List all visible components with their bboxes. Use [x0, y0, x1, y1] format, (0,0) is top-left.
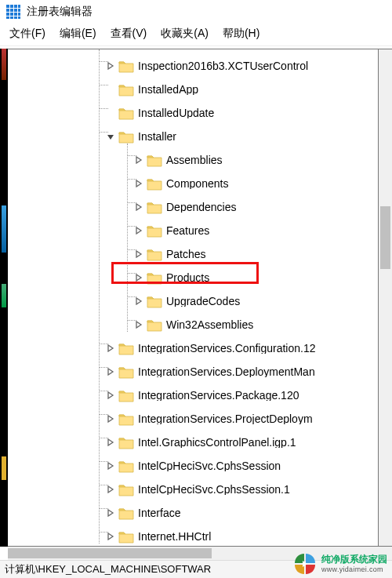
chevron-right-icon[interactable]	[105, 507, 116, 518]
chevron-right-icon[interactable]	[105, 437, 116, 448]
chevron-right-icon[interactable]	[105, 413, 116, 424]
tree-item-label: Win32Assemblies	[166, 319, 253, 330]
tree-item-label: IntelCpHeciSvc.CphsSession	[138, 460, 281, 471]
tree-item-label: Assemblies	[166, 154, 223, 165]
svg-rect-2	[14, 5, 17, 8]
chevron-right-icon[interactable]	[105, 460, 116, 471]
chevron-right-icon[interactable]	[105, 531, 116, 542]
tree-item[interactable]: Intel.GraphicsControlPanel.igp.1	[8, 431, 378, 454]
chevron-right-icon[interactable]	[133, 154, 144, 165]
chevron-right-icon[interactable]	[105, 390, 116, 401]
tree-item[interactable]: IntelCpHeciSvc.CphsSession.1	[8, 478, 378, 501]
tree-item-label: Features	[166, 225, 209, 236]
tree-item[interactable]: IntelCpHeciSvc.CphsSession	[8, 454, 378, 478]
folder-icon	[118, 60, 134, 73]
tree-item-label: Intel.GraphicsControlPanel.igp.1	[138, 437, 296, 448]
tree-item-label: Patches	[166, 249, 206, 260]
tree-item[interactable]: Dependencies	[8, 195, 378, 219]
chevron-right-icon[interactable]	[133, 272, 144, 283]
svg-rect-10	[14, 13, 17, 16]
vertical-scroll-thumb[interactable]	[380, 206, 390, 269]
watermark: 纯净版系统家园 www.yidaimei.com	[293, 552, 387, 576]
tree-item[interactable]: Interface	[8, 501, 378, 525]
svg-rect-6	[14, 9, 17, 12]
tree-item[interactable]: IntegrationServices.Configuration.12	[8, 336, 378, 360]
svg-rect-4	[6, 9, 9, 12]
svg-rect-1	[10, 5, 13, 8]
registry-tree[interactable]: Inspection2016b3.XCTUserControlInstalled…	[8, 49, 378, 547]
tree-item-label: Components	[166, 178, 228, 189]
tree-item-label: IntelCpHeciSvc.CphsSession.1	[138, 484, 290, 495]
folder-icon	[118, 530, 134, 543]
tree-item[interactable]: Features	[8, 219, 378, 242]
menu-favorites[interactable]: 收藏夹(A)	[161, 27, 209, 41]
menu-file[interactable]: 文件(F)	[9, 27, 45, 41]
chevron-right-icon[interactable]	[105, 484, 116, 495]
svg-rect-15	[18, 16, 20, 19]
tree-item-label: Installer	[138, 131, 176, 142]
tree-leaf-connector	[105, 107, 116, 118]
tree-item[interactable]: Components	[8, 172, 378, 195]
tree-panel: Inspection2016b3.XCTUserControlInstalled…	[8, 49, 379, 547]
tree-item[interactable]: InstalledUpdate	[8, 101, 378, 125]
horizontal-scroll-thumb[interactable]	[8, 548, 212, 558]
folder-icon	[118, 413, 134, 426]
tree-item[interactable]: InstalledApp	[8, 78, 378, 101]
tree-item-label: IntegrationServices.DeploymentMan	[138, 366, 315, 377]
menubar: 文件(F) 编辑(E) 查看(V) 收藏夹(A) 帮助(H)	[0, 24, 392, 46]
tree-item-label: InstalledUpdate	[138, 107, 214, 118]
folder-icon	[147, 248, 162, 261]
folder-icon	[147, 271, 162, 285]
tree-leaf-connector	[105, 84, 116, 95]
menu-edit[interactable]: 编辑(E)	[60, 27, 96, 41]
chevron-right-icon[interactable]	[133, 249, 144, 260]
menu-view[interactable]: 查看(V)	[111, 27, 147, 41]
tree-item-label: UpgradeCodes	[166, 296, 240, 307]
tree-item-label: InstalledApp	[138, 84, 198, 95]
svg-rect-12	[6, 16, 9, 19]
chevron-right-icon[interactable]	[105, 60, 116, 71]
svg-rect-0	[6, 5, 9, 8]
folder-icon	[118, 83, 134, 96]
folder-icon	[118, 389, 134, 402]
regedit-window: 注册表编辑器 文件(F) 编辑(E) 查看(V) 收藏夹(A) 帮助(H) In…	[0, 0, 392, 578]
chevron-right-icon[interactable]	[105, 366, 116, 377]
folder-icon	[147, 154, 162, 167]
chevron-right-icon[interactable]	[133, 178, 144, 189]
tree-item-label: IntegrationServices.ProjectDeploym	[138, 413, 313, 424]
tree-item[interactable]: Internet.HHCtrl	[8, 525, 378, 547]
regedit-icon	[6, 5, 20, 19]
tree-item-label: Dependencies	[166, 202, 237, 213]
folder-icon	[118, 483, 134, 496]
tree-item[interactable]: Inspection2016b3.XCTUserControl	[8, 54, 378, 78]
tree-item[interactable]: Win32Assemblies	[8, 313, 378, 336]
svg-rect-11	[18, 13, 20, 16]
svg-rect-3	[18, 5, 20, 8]
svg-rect-9	[10, 13, 13, 16]
tree-item-label: IntegrationServices.Configuration.12	[138, 343, 315, 354]
chevron-down-icon[interactable]	[105, 131, 116, 142]
vertical-scrollbar[interactable]	[379, 49, 392, 547]
chevron-right-icon[interactable]	[105, 343, 116, 354]
tree-item[interactable]: IntegrationServices.Package.120	[8, 384, 378, 407]
tree-item[interactable]: Installer	[8, 125, 378, 148]
menu-help[interactable]: 帮助(H)	[223, 27, 260, 41]
chevron-right-icon[interactable]	[133, 296, 144, 307]
titlebar: 注册表编辑器	[0, 0, 392, 24]
folder-icon	[118, 365, 134, 379]
watermark-text: 纯净版系统家园 www.yidaimei.com	[321, 554, 387, 573]
tree-item[interactable]: IntegrationServices.DeploymentMan	[8, 360, 378, 384]
svg-rect-5	[10, 9, 13, 12]
window-title: 注册表编辑器	[27, 5, 93, 19]
tree-item-label: Inspection2016b3.XCTUserControl	[138, 60, 308, 71]
tree-item[interactable]: Assemblies	[8, 148, 378, 172]
status-path: 计算机\HKEY_LOCAL_MACHINE\SOFTWAR	[5, 562, 211, 576]
chevron-right-icon[interactable]	[133, 225, 144, 236]
tree-item[interactable]: IntegrationServices.ProjectDeploym	[8, 407, 378, 431]
chevron-right-icon[interactable]	[133, 202, 144, 213]
folder-icon	[118, 436, 134, 449]
chevron-right-icon[interactable]	[133, 319, 144, 330]
tree-item[interactable]: Products	[8, 266, 378, 289]
tree-item[interactable]: Patches	[8, 242, 378, 266]
tree-item[interactable]: UpgradeCodes	[8, 289, 378, 313]
